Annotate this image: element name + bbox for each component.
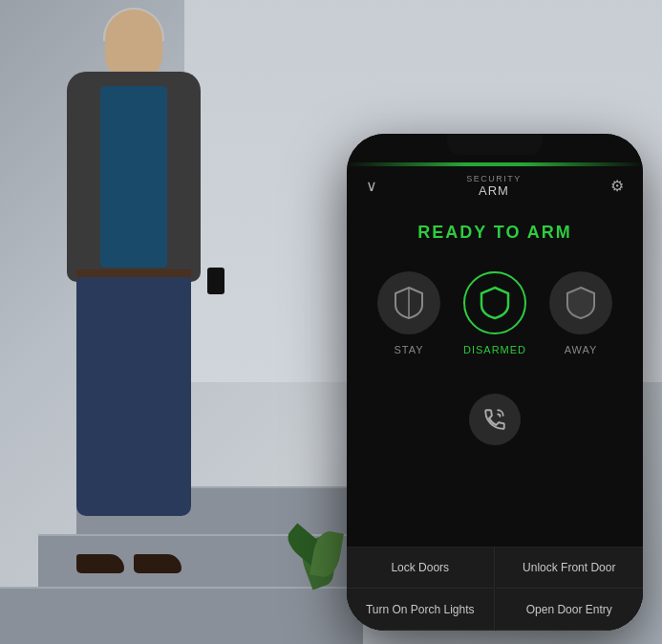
- phone-icon-section: [347, 365, 643, 547]
- away-mode-item: AWAY: [549, 271, 612, 355]
- shield-section: STAY DISARMED: [347, 252, 643, 365]
- back-chevron-icon[interactable]: ∨: [366, 177, 377, 195]
- phone-notch: [447, 134, 543, 155]
- ready-status-text: READY TO ARM: [347, 223, 643, 243]
- stay-mode-item: STAY: [377, 271, 440, 355]
- man-pants: [76, 277, 191, 516]
- man-head: [105, 10, 162, 76]
- man-figure: [48, 0, 239, 573]
- stay-mode-button[interactable]: [377, 271, 440, 334]
- phone-screen: ∨ SECURITY ARM ⚙ READY TO ARM: [347, 134, 643, 631]
- away-shield-icon: [566, 286, 596, 320]
- unlock-front-door-button[interactable]: Unlock Front Door: [496, 547, 644, 589]
- quick-actions-grid: Lock Doors Unlock Front Door Turn On Por…: [347, 547, 643, 631]
- settings-gear-icon[interactable]: ⚙: [610, 177, 624, 195]
- phone-frame: ∨ SECURITY ARM ⚙ READY TO ARM: [347, 134, 643, 631]
- ready-section: READY TO ARM: [347, 204, 643, 252]
- man-phone: [207, 268, 224, 294]
- disarmed-mode-button[interactable]: [463, 271, 526, 334]
- away-mode-button[interactable]: [549, 271, 612, 334]
- mode-label: ARM: [466, 183, 522, 198]
- man-belt: [76, 269, 191, 277]
- disarmed-shield-icon: [480, 286, 510, 320]
- phone-header: ∨ SECURITY ARM ⚙: [347, 166, 643, 204]
- step-1: [0, 587, 363, 644]
- emergency-call-button[interactable]: [469, 394, 521, 445]
- section-label: SECURITY: [466, 174, 522, 183]
- stay-shield-icon: [394, 286, 424, 320]
- lock-doors-button[interactable]: Lock Doors: [347, 547, 495, 589]
- accent-bar: [347, 162, 643, 166]
- man-shoe-left: [76, 554, 124, 573]
- disarmed-mode-item: DISARMED: [463, 271, 526, 355]
- header-title-area: SECURITY ARM: [466, 174, 522, 198]
- disarmed-mode-label: DISARMED: [463, 344, 526, 355]
- away-mode-label: AWAY: [565, 344, 598, 355]
- plant: [289, 491, 347, 587]
- phone-call-icon: [482, 407, 507, 432]
- man-shoe-right: [134, 554, 182, 573]
- man-shirt: [100, 86, 167, 268]
- turn-on-porch-lights-button[interactable]: Turn On Porch Lights: [347, 590, 495, 631]
- phone-wrapper: ∨ SECURITY ARM ⚙ READY TO ARM: [347, 134, 643, 631]
- open-door-entry-button[interactable]: Open Door Entry: [496, 590, 644, 631]
- stay-mode-label: STAY: [394, 344, 423, 355]
